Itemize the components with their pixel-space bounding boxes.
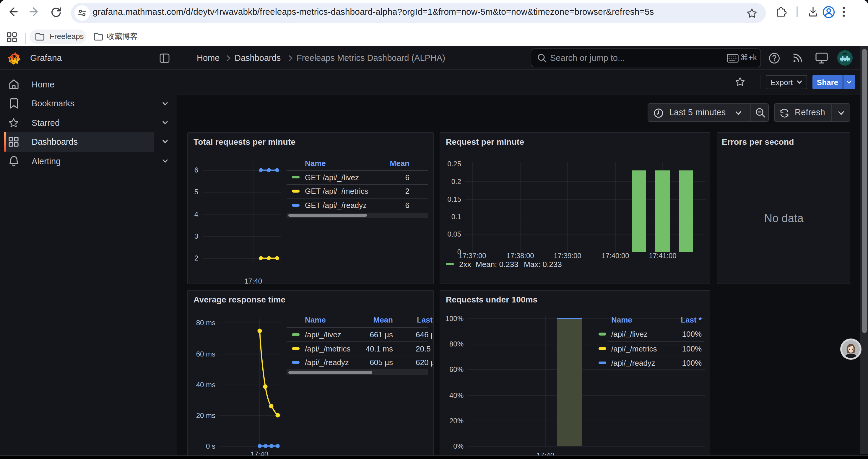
- svg-text:20%: 20%: [449, 417, 463, 424]
- svg-text:6: 6: [194, 166, 198, 174]
- svg-text:17:40:00: 17:40:00: [601, 251, 629, 259]
- svg-text:60 ms: 60 ms: [196, 350, 215, 358]
- svg-text:17:40: 17:40: [244, 277, 262, 284]
- svg-text:3: 3: [194, 232, 198, 240]
- svg-text:17:38:00: 17:38:00: [506, 251, 533, 259]
- svg-text:0.1: 0.1: [451, 212, 461, 220]
- svg-text:0.25: 0.25: [447, 160, 461, 167]
- svg-text:100%: 100%: [445, 314, 463, 322]
- svg-text:0%: 0%: [453, 442, 463, 450]
- svg-text:0 s: 0 s: [206, 442, 215, 450]
- svg-text:80 ms: 80 ms: [196, 319, 215, 326]
- svg-text:0.05: 0.05: [447, 230, 461, 238]
- svg-text:17:37:00: 17:37:00: [458, 251, 486, 259]
- svg-text:40%: 40%: [449, 391, 463, 399]
- svg-text:60%: 60%: [449, 365, 463, 373]
- svg-text:4: 4: [194, 210, 198, 218]
- svg-text:17:41:00: 17:41:00: [649, 251, 676, 259]
- svg-text:2: 2: [194, 254, 198, 262]
- svg-text:40 ms: 40 ms: [196, 381, 215, 388]
- svg-text:20 ms: 20 ms: [196, 411, 215, 419]
- svg-text:0.2: 0.2: [451, 177, 461, 185]
- svg-text:80%: 80%: [449, 340, 463, 348]
- svg-text:0.15: 0.15: [447, 195, 461, 203]
- svg-text:17:39:00: 17:39:00: [553, 251, 581, 259]
- svg-text:5: 5: [194, 188, 198, 196]
